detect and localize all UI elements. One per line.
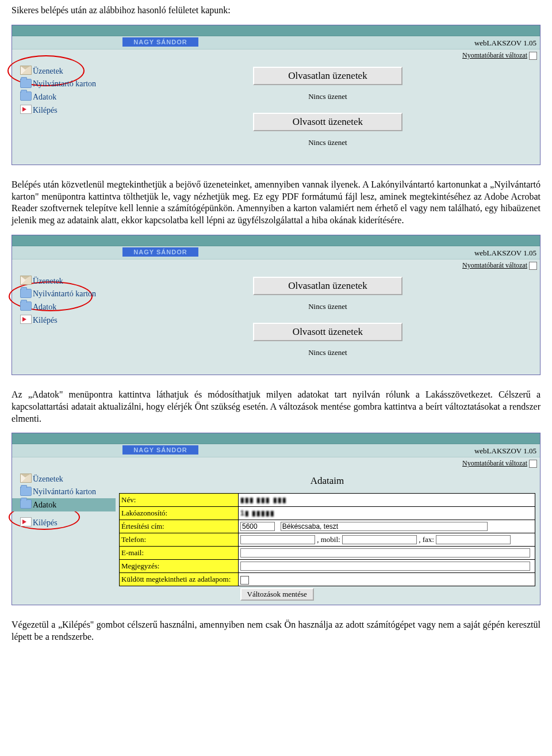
app-title: webLAKSZOV 1.05 xyxy=(474,446,536,456)
value-ert xyxy=(239,520,535,533)
label-share: Küldött megtekintheti az adatlapom: xyxy=(120,573,239,586)
input-zip[interactable] xyxy=(240,522,275,531)
app-title: webLAKSZOV 1.05 xyxy=(474,249,536,258)
folder-icon xyxy=(20,289,32,298)
mail-icon xyxy=(20,66,32,75)
row-ertesitesi-cim: Értesítési cím: xyxy=(120,520,535,533)
sidebar-item-uzenetek[interactable]: Üzenetek xyxy=(12,64,116,78)
value-share xyxy=(239,573,535,586)
label-nev: Név: xyxy=(120,494,239,507)
no-message-text: Nincs üzenet xyxy=(121,138,534,147)
print-icon[interactable] xyxy=(529,262,537,270)
input-megj[interactable] xyxy=(240,562,530,571)
app-title: webLAKSZOV 1.05 xyxy=(474,39,536,48)
sidebar-label: Nyilvántartó karton xyxy=(33,289,96,298)
value-tel: , mobil: , fax: xyxy=(239,533,535,547)
form-title: Adataim xyxy=(263,474,392,488)
label-tel: Telefon: xyxy=(120,533,239,547)
screenshot-2: NAGY SÁNDOR webLAKSZOV 1.05 Nyomtatóbará… xyxy=(12,235,540,375)
print-link[interactable]: Nyomtatóbarát változat xyxy=(462,459,527,468)
folder-icon xyxy=(20,91,32,101)
header-bar: NAGY SÁNDOR webLAKSZOV 1.05 xyxy=(12,36,540,49)
checkbox-share[interactable] xyxy=(240,576,249,585)
header-bar: NAGY SÁNDOR webLAKSZOV 1.05 xyxy=(12,246,540,259)
row-lakoazonosito: Lakóazonosító: 1▮ ▮▮▮▮▮ xyxy=(120,507,535,520)
sidebar-item-nyilvantarto[interactable]: Nyilvántartó karton xyxy=(12,288,116,300)
sidebar-label: Üzenetek xyxy=(33,475,63,483)
print-row: Nyomtatóbarát változat xyxy=(12,49,540,62)
sidebar-label: Kilépés xyxy=(33,316,57,324)
print-row: Nyomtatóbarát változat xyxy=(12,259,540,272)
input-email[interactable] xyxy=(240,548,530,558)
sidebar-item-adatok[interactable]: Adatok xyxy=(12,498,116,511)
window-topbar xyxy=(12,25,540,36)
sidebar-item-kilepes[interactable]: Kilépés xyxy=(12,104,116,117)
print-link[interactable]: Nyomtatóbarát változat xyxy=(462,261,527,270)
sidebar-item-adatok[interactable]: Adatok xyxy=(12,90,116,104)
sidebar: Üzenetek Nyilvántartó karton Adatok Kilé… xyxy=(12,272,116,333)
no-message-text: Nincs üzenet xyxy=(121,302,534,311)
adataim-form: Név: ▮▮▮ ▮▮▮ ▮▮▮ Lakóazonosító: 1▮ ▮▮▮▮▮… xyxy=(119,493,535,601)
sidebar-item-adatok[interactable]: Adatok xyxy=(12,300,116,314)
window-topbar xyxy=(12,235,540,246)
read-messages-button[interactable]: Olvasott üzenetek xyxy=(253,323,402,341)
exit-icon xyxy=(20,315,32,324)
sidebar-label: Kilépés xyxy=(33,518,57,527)
value-lako: 1▮ ▮▮▮▮▮ xyxy=(239,507,535,520)
sidebar-label: Nyilvántartó karton xyxy=(33,79,96,88)
user-name-badge: NAGY SÁNDOR xyxy=(122,445,198,455)
input-city[interactable] xyxy=(281,522,488,531)
row-telefon: Telefon: , mobil: , fax: xyxy=(120,533,535,547)
label-ert: Értesítési cím: xyxy=(120,520,239,533)
print-link[interactable]: Nyomtatóbarát változat xyxy=(462,51,527,60)
sidebar-item-uzenetek[interactable]: Üzenetek xyxy=(12,472,116,486)
sidebar-item-nyilvantarto[interactable]: Nyilvántartó karton xyxy=(12,486,116,498)
mail-icon xyxy=(20,474,32,483)
sidebar-item-kilepes[interactable]: Kilépés xyxy=(12,516,116,529)
input-tel[interactable] xyxy=(240,535,315,544)
label-lako: Lakóazonosító: xyxy=(120,507,239,520)
label-fax: , fax: xyxy=(419,535,434,544)
input-fax[interactable] xyxy=(436,535,511,544)
folder-icon xyxy=(20,301,32,311)
mail-icon xyxy=(20,276,32,285)
paragraph-3: Az „Adatok" menüpontra kattintva láthatj… xyxy=(12,389,540,425)
sidebar-item-uzenetek[interactable]: Üzenetek xyxy=(12,274,116,288)
folder-icon xyxy=(20,487,32,496)
row-nev: Név: ▮▮▮ ▮▮▮ ▮▮▮ xyxy=(120,494,535,507)
sidebar-item-nyilvantarto[interactable]: Nyilvántartó karton xyxy=(12,78,116,90)
value-email xyxy=(239,547,535,560)
user-name-badge: NAGY SÁNDOR xyxy=(122,247,198,257)
sidebar-label: Adatok xyxy=(33,93,56,101)
label-mobil: , mobil: xyxy=(317,535,340,544)
folder-icon xyxy=(20,79,32,88)
folder-icon xyxy=(20,499,32,509)
user-name-badge: NAGY SÁNDOR xyxy=(122,37,198,47)
print-row: Nyomtatóbarát változat xyxy=(12,457,540,470)
row-email: E-mail: xyxy=(120,547,535,560)
print-icon[interactable] xyxy=(529,460,537,468)
screenshot-3: NAGY SÁNDOR webLAKSZOV 1.05 Nyomtatóbará… xyxy=(12,433,540,605)
sidebar-label: Kilépés xyxy=(33,106,57,114)
input-mobil[interactable] xyxy=(342,535,417,544)
row-save: Változások mentése xyxy=(120,586,535,602)
sidebar: Üzenetek Nyilvántartó karton Adatok Kilé… xyxy=(12,62,116,123)
sidebar-item-kilepes[interactable]: Kilépés xyxy=(12,314,116,327)
intro-paragraph-1: Sikeres belépés után az alábbihoz hasonl… xyxy=(12,5,540,17)
sidebar-label: Üzenetek xyxy=(33,67,63,75)
exit-icon xyxy=(20,105,32,114)
sidebar-label: Nyilvántartó karton xyxy=(33,487,96,496)
row-megjegyzes: Megjegyzés: xyxy=(120,560,535,573)
label-email: E-mail: xyxy=(120,547,239,560)
unread-messages-button[interactable]: Olvasatlan üzenetek xyxy=(253,67,402,85)
sidebar-label: Adatok xyxy=(33,501,56,509)
sidebar: Üzenetek Nyilvántartó karton Adatok Kilé… xyxy=(12,470,116,535)
window-topbar xyxy=(12,433,540,444)
save-button[interactable]: Változások mentése xyxy=(240,588,314,601)
paragraph-2: Belépés után közvetlenül megtekinthetjük… xyxy=(12,179,540,227)
print-icon[interactable] xyxy=(529,52,537,60)
unread-messages-button[interactable]: Olvasatlan üzenetek xyxy=(253,277,402,295)
no-message-text: Nincs üzenet xyxy=(121,92,534,101)
value-megj xyxy=(239,560,535,573)
read-messages-button[interactable]: Olvasott üzenetek xyxy=(253,113,402,131)
